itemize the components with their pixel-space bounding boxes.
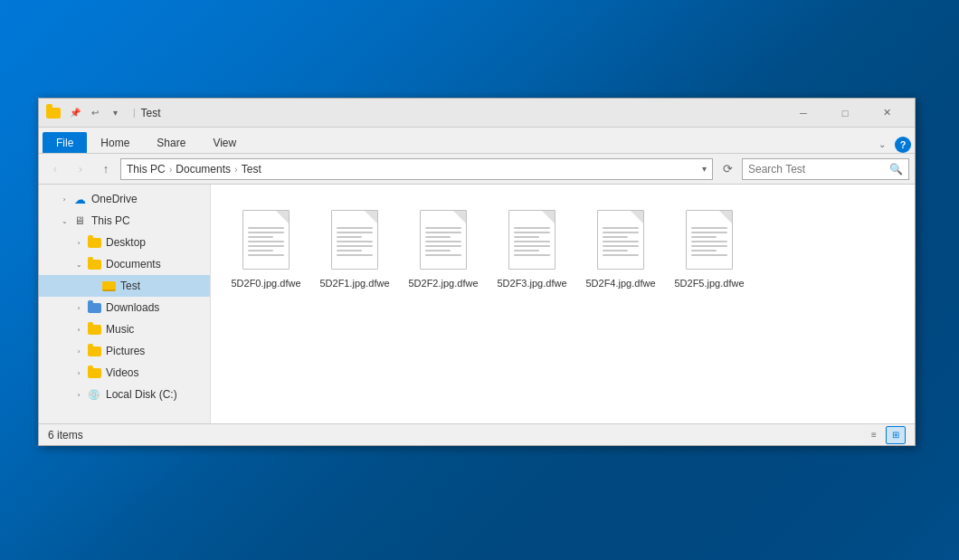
file-item-file1[interactable]: 5D2F1.jpg.dfwe bbox=[314, 199, 395, 297]
desktop-folder-icon bbox=[86, 234, 102, 251]
expand-disk-icon[interactable]: › bbox=[71, 387, 86, 402]
title-separator: | bbox=[133, 108, 136, 118]
sidebar-item-music[interactable]: › Music bbox=[39, 318, 210, 340]
search-input[interactable] bbox=[748, 163, 886, 176]
list-view-button[interactable]: ≡ bbox=[864, 426, 884, 444]
sidebar-item-pictures[interactable]: › Pictures bbox=[39, 340, 210, 362]
tab-view[interactable]: View bbox=[199, 132, 250, 153]
sidebar-item-local-disk-label: Local Disk (C:) bbox=[106, 388, 177, 401]
breadcrumb-thispc[interactable]: This PC bbox=[127, 163, 166, 176]
breadcrumb-sep-2: › bbox=[234, 164, 238, 175]
breadcrumb-test[interactable]: Test bbox=[242, 163, 261, 176]
sidebar: › ☁ OneDrive ⌄ 🖥 This PC › Des bbox=[39, 185, 211, 423]
expand-documents-icon[interactable]: ⌄ bbox=[71, 257, 86, 271]
expand-music-icon[interactable]: › bbox=[71, 322, 86, 337]
sidebar-item-onedrive[interactable]: › ☁ OneDrive bbox=[39, 188, 210, 210]
sidebar-item-downloads[interactable]: › Downloads bbox=[39, 297, 210, 318]
address-bar: ‹ › ↑ This PC › Documents › Test ▾ ⟳ 🔍 bbox=[39, 154, 915, 185]
expand-downloads-icon[interactable]: › bbox=[71, 300, 86, 315]
content-area: 5D2F0.jpg.dfwe5D2F1.jpg.dfwe5D2F2.jpg.df… bbox=[211, 185, 915, 423]
status-bar: 6 items ≡ ⊞ bbox=[39, 423, 915, 445]
window-controls: ─ □ ✕ bbox=[783, 99, 907, 128]
sidebar-item-local-disk[interactable]: › 💿 Local Disk (C:) bbox=[39, 384, 210, 405]
file-name-file5: 5D2F5.jpg.dfwe bbox=[674, 277, 744, 289]
ribbon-tabs: File Home Share View ⌄ ? bbox=[39, 128, 915, 153]
tab-file[interactable]: File bbox=[43, 132, 87, 153]
item-count-label: 6 items bbox=[48, 429, 864, 441]
tab-home[interactable]: Home bbox=[87, 132, 143, 153]
sidebar-item-downloads-label: Downloads bbox=[106, 301, 159, 314]
sidebar-item-test[interactable]: Test bbox=[39, 275, 210, 297]
sidebar-item-this-pc[interactable]: ⌄ 🖥 This PC bbox=[39, 210, 210, 232]
test-folder-icon bbox=[100, 278, 117, 294]
help-button[interactable]: ? bbox=[895, 137, 911, 153]
breadcrumb-sep-1: › bbox=[169, 164, 173, 175]
main-area: › ☁ OneDrive ⌄ 🖥 This PC › Des bbox=[39, 185, 915, 423]
search-box[interactable]: 🔍 bbox=[742, 158, 909, 180]
sidebar-item-videos-label: Videos bbox=[106, 366, 138, 379]
sidebar-item-desktop-label: Desktop bbox=[106, 236, 146, 249]
downloads-folder-icon bbox=[86, 299, 102, 316]
address-input[interactable]: This PC › Documents › Test ▾ bbox=[120, 158, 713, 180]
onedrive-icon: ☁ bbox=[71, 191, 88, 207]
music-folder-icon bbox=[86, 321, 102, 337]
quick-access-toolbar: 📌 ↩ ▾ bbox=[66, 104, 124, 122]
title-bar: 📌 ↩ ▾ | Test ─ □ ✕ bbox=[39, 99, 915, 128]
qa-properties-button[interactable]: 📌 bbox=[66, 104, 84, 122]
file-icon-file4 bbox=[592, 206, 650, 273]
sidebar-item-desktop[interactable]: › Desktop bbox=[39, 232, 210, 253]
icon-view-button[interactable]: ⊞ bbox=[886, 426, 906, 444]
file-icon-file3 bbox=[503, 206, 561, 273]
sidebar-item-music-label: Music bbox=[106, 323, 134, 336]
videos-folder-icon bbox=[86, 365, 102, 381]
sidebar-item-documents[interactable]: ⌄ Documents bbox=[39, 253, 210, 275]
file-name-file1: 5D2F1.jpg.dfwe bbox=[319, 277, 389, 289]
file-icon-file2 bbox=[414, 206, 472, 273]
breadcrumb-documents[interactable]: Documents bbox=[176, 163, 231, 176]
title-bar-folder-icon bbox=[46, 106, 61, 120]
file-icon-file1 bbox=[326, 206, 384, 273]
file-name-file3: 5D2F3.jpg.dfwe bbox=[497, 277, 566, 289]
file-item-file2[interactable]: 5D2F2.jpg.dfwe bbox=[403, 199, 484, 297]
minimize-button[interactable]: ─ bbox=[783, 99, 824, 128]
file-item-file0[interactable]: 5D2F0.jpg.dfwe bbox=[225, 199, 307, 297]
file-item-file4[interactable]: 5D2F4.jpg.dfwe bbox=[580, 199, 661, 297]
file-icon-file0 bbox=[237, 206, 295, 273]
sidebar-item-videos[interactable]: › Videos bbox=[39, 362, 210, 384]
maximize-button[interactable]: □ bbox=[824, 99, 866, 128]
up-button[interactable]: ↑ bbox=[95, 158, 117, 180]
expand-onedrive-icon[interactable]: › bbox=[57, 192, 71, 206]
sidebar-item-onedrive-label: OneDrive bbox=[91, 193, 138, 205]
file-icon-file5 bbox=[680, 206, 738, 273]
address-chevron-icon[interactable]: ▾ bbox=[702, 164, 707, 174]
qa-undo-button[interactable]: ↩ bbox=[86, 104, 104, 122]
pictures-folder-icon bbox=[86, 343, 102, 359]
close-button[interactable]: ✕ bbox=[866, 99, 907, 128]
sidebar-item-documents-label: Documents bbox=[106, 258, 161, 271]
expand-videos-icon[interactable]: › bbox=[71, 365, 86, 380]
ribbon: File Home Share View ⌄ ? bbox=[39, 128, 915, 154]
computer-icon: 🖥 bbox=[71, 213, 88, 229]
file-explorer-window: 📌 ↩ ▾ | Test ─ □ ✕ File Home Share View … bbox=[38, 98, 916, 446]
search-icon[interactable]: 🔍 bbox=[889, 163, 903, 176]
window-title: Test bbox=[141, 107, 783, 119]
sidebar-item-this-pc-label: This PC bbox=[91, 214, 130, 227]
sidebar-item-test-label: Test bbox=[120, 280, 140, 292]
qa-dropdown-button[interactable]: ▾ bbox=[106, 104, 124, 122]
file-item-file3[interactable]: 5D2F3.jpg.dfwe bbox=[491, 199, 573, 297]
back-button[interactable]: ‹ bbox=[44, 158, 66, 180]
refresh-button[interactable]: ⟳ bbox=[717, 158, 738, 180]
expand-pictures-icon[interactable]: › bbox=[71, 344, 86, 358]
tab-share[interactable]: Share bbox=[143, 132, 199, 153]
file-name-file2: 5D2F2.jpg.dfwe bbox=[408, 277, 478, 289]
disk-drive-icon: 💿 bbox=[86, 386, 102, 403]
file-name-file4: 5D2F4.jpg.dfwe bbox=[585, 277, 655, 289]
forward-button[interactable]: › bbox=[70, 158, 91, 180]
expand-desktop-icon[interactable]: › bbox=[71, 235, 86, 250]
sidebar-item-pictures-label: Pictures bbox=[106, 345, 145, 357]
file-name-file0: 5D2F0.jpg.dfwe bbox=[231, 277, 300, 289]
documents-folder-icon bbox=[86, 256, 102, 272]
ribbon-collapse-button[interactable]: ⌄ bbox=[873, 135, 891, 153]
expand-this-pc-icon[interactable]: ⌄ bbox=[57, 214, 71, 228]
file-item-file5[interactable]: 5D2F5.jpg.dfwe bbox=[669, 199, 750, 297]
